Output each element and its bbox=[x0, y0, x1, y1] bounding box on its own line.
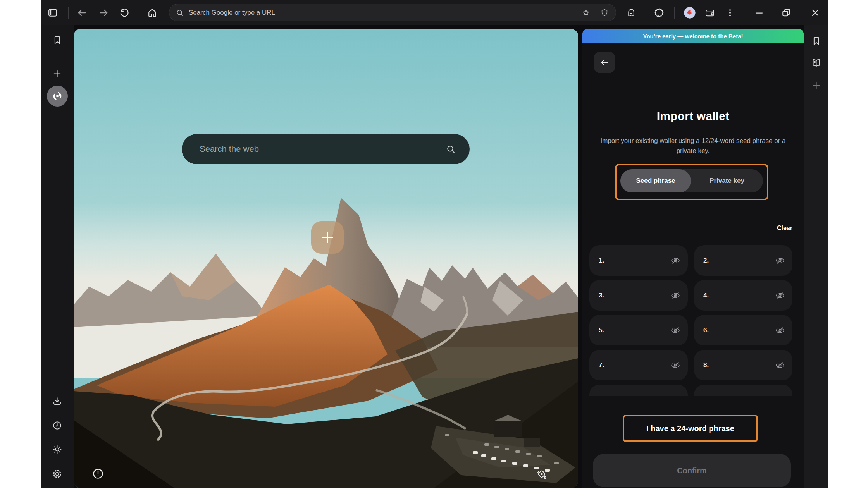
close-icon[interactable] bbox=[810, 7, 821, 18]
seed-word-field-4[interactable]: 4. bbox=[694, 280, 792, 311]
eye-off-icon[interactable] bbox=[775, 361, 785, 370]
bookmark-star-icon[interactable] bbox=[582, 9, 590, 17]
sidebar-divider bbox=[49, 57, 65, 57]
seed-word-number: 2. bbox=[703, 257, 775, 265]
eye-off-icon[interactable] bbox=[671, 361, 680, 370]
badge-extension-icon[interactable] bbox=[654, 7, 665, 18]
switch-24-word-button[interactable]: I have a 24-word phrase bbox=[623, 415, 758, 442]
eye-off-icon[interactable] bbox=[671, 326, 680, 335]
seed-word-field-9[interactable]: 9. bbox=[589, 385, 688, 396]
add-icon[interactable] bbox=[811, 80, 822, 91]
seed-word-number: 4. bbox=[703, 292, 775, 299]
settings-icon[interactable] bbox=[52, 469, 62, 479]
back-arrow-icon bbox=[599, 57, 610, 67]
new-tab-page: Search the web bbox=[74, 29, 578, 488]
back-icon[interactable] bbox=[76, 7, 87, 18]
browser-toolbar: Search Google or type a URL bbox=[41, 0, 828, 25]
seed-word-field-3[interactable]: 3. bbox=[589, 280, 688, 311]
eye-off-icon[interactable] bbox=[775, 291, 785, 300]
theme-icon[interactable] bbox=[52, 444, 62, 455]
home-icon[interactable] bbox=[147, 7, 158, 18]
tab-seed-phrase[interactable]: Seed phrase bbox=[620, 169, 691, 192]
mountain-wallpaper bbox=[74, 29, 578, 488]
plus-icon bbox=[319, 229, 336, 246]
profile-avatar[interactable] bbox=[684, 7, 696, 19]
toolbar-divider bbox=[68, 7, 69, 19]
seed-word-number: 5. bbox=[599, 326, 671, 334]
forward-icon[interactable] bbox=[98, 7, 109, 18]
seed-word-field-8[interactable]: 8. bbox=[694, 350, 792, 380]
sidebar-toggle-icon[interactable] bbox=[47, 7, 58, 18]
wallet-icon[interactable] bbox=[704, 7, 715, 18]
bookmarks-icon[interactable] bbox=[811, 36, 822, 46]
eye-off-icon[interactable] bbox=[671, 291, 680, 300]
seed-word-number: 7. bbox=[599, 361, 671, 369]
web-search-bar[interactable]: Search the web bbox=[182, 134, 470, 164]
eye-off-icon[interactable] bbox=[775, 326, 785, 335]
eye-off-icon[interactable] bbox=[775, 256, 785, 265]
beta-banner: You’re early — welcome to the Beta! bbox=[582, 29, 804, 43]
address-bar[interactable]: Search Google or type a URL bbox=[169, 4, 616, 21]
toolbar-divider bbox=[674, 7, 675, 19]
tab-private-key[interactable]: Private key bbox=[691, 169, 763, 192]
restore-icon[interactable] bbox=[781, 7, 792, 18]
reading-list-icon[interactable] bbox=[811, 58, 822, 68]
confirm-button[interactable]: Confirm bbox=[593, 454, 791, 487]
seed-word-number: 1. bbox=[599, 257, 671, 265]
ghost-extension-icon[interactable] bbox=[626, 7, 637, 18]
seed-word-number: 8. bbox=[703, 361, 775, 369]
eye-off-icon[interactable] bbox=[671, 256, 680, 265]
kebab-menu-icon[interactable] bbox=[725, 7, 735, 18]
wallet-panel: You’re early — welcome to the Beta! Impo… bbox=[582, 29, 804, 488]
panel-title: Import wallet bbox=[582, 110, 804, 123]
minimize-icon[interactable] bbox=[754, 7, 765, 18]
web-search-placeholder: Search the web bbox=[200, 144, 446, 154]
clear-button[interactable]: Clear bbox=[777, 225, 792, 232]
history-icon[interactable] bbox=[52, 420, 62, 431]
shield-icon[interactable] bbox=[600, 9, 609, 17]
seed-word-field-10[interactable]: 10. bbox=[694, 385, 792, 396]
panel-back-button[interactable] bbox=[594, 52, 615, 73]
search-icon bbox=[176, 9, 184, 17]
info-icon[interactable] bbox=[92, 467, 104, 480]
panel-footer: I have a 24-word phrase Confirm bbox=[582, 396, 804, 488]
seed-word-field-6[interactable]: 6. bbox=[694, 315, 792, 345]
add-shortcut-button[interactable] bbox=[311, 221, 344, 254]
browser-window: Search Google or type a URL bbox=[41, 0, 828, 488]
seed-word-field-2[interactable]: 2. bbox=[694, 245, 792, 276]
seed-word-field-7[interactable]: 7. bbox=[589, 350, 688, 380]
panel-description: Import your existing wallet using a 12/2… bbox=[600, 136, 786, 156]
seed-word-number: 3. bbox=[599, 292, 671, 299]
bookmark-icon[interactable] bbox=[52, 35, 62, 45]
sidebar-divider bbox=[49, 385, 65, 385]
seed-word-grid: 1.2.3.4.5.6.7.8.9.10. bbox=[589, 245, 792, 396]
address-placeholder: Search Google or type a URL bbox=[189, 9, 582, 17]
reload-icon[interactable] bbox=[119, 7, 130, 18]
seed-word-field-1[interactable]: 1. bbox=[589, 245, 688, 276]
left-sidebar bbox=[41, 25, 74, 488]
import-mode-toggle: Seed phrase Private key bbox=[620, 169, 763, 192]
import-mode-toggle-highlight: Seed phrase Private key bbox=[615, 164, 768, 200]
search-icon bbox=[446, 144, 456, 154]
add-tab-icon[interactable] bbox=[52, 69, 62, 79]
seed-word-field-5[interactable]: 5. bbox=[589, 315, 688, 345]
wallet-app-icon[interactable] bbox=[47, 86, 68, 107]
seed-word-number: 6. bbox=[703, 326, 775, 334]
downloads-icon[interactable] bbox=[52, 396, 62, 406]
right-sidebar bbox=[804, 25, 828, 488]
customize-theme-icon[interactable] bbox=[536, 468, 548, 480]
